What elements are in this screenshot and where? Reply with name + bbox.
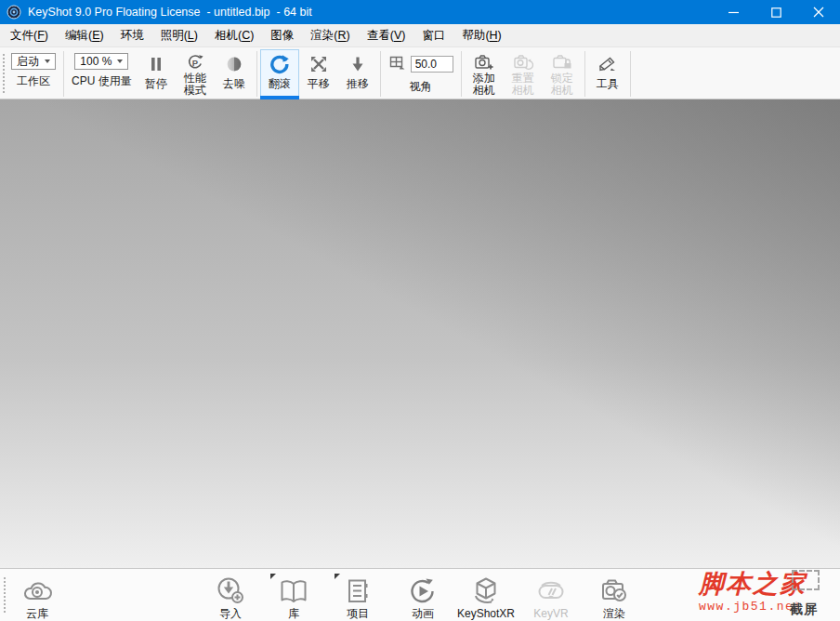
lock-camera-icon <box>552 53 572 72</box>
perspective-input[interactable] <box>411 56 453 73</box>
menu-file[interactable]: 文件(F) <box>2 24 57 46</box>
panel-open-marker-icon <box>335 574 340 579</box>
animation-icon <box>406 574 440 607</box>
toolbar-grip[interactable] <box>0 53 7 95</box>
performance-mode-icon: P <box>186 53 204 72</box>
render-label: 渲染 <box>603 608 625 620</box>
watermark-title: 脚本之家 <box>699 570 836 598</box>
toolbar-separator <box>461 51 462 97</box>
animation-label: 动画 <box>412 608 434 620</box>
minimize-button[interactable] <box>712 0 755 24</box>
library-label: 库 <box>288 608 299 620</box>
window-title: KeyShot 9.0 Pro Floating License - untit… <box>28 6 312 19</box>
keyshotxr-label: KeyShotXR <box>457 608 515 620</box>
bottom-dock: 云库 导入 库 <box>0 569 840 621</box>
dock-cloud-library[interactable]: 云库 <box>11 572 63 620</box>
menu-bar: 文件(F) 编辑(E) 环境 照明(L) 相机(C) 图像 渲染(R) 查看(V… <box>0 24 840 46</box>
keyvr-icon <box>534 574 568 607</box>
toolbar-separator <box>63 51 64 97</box>
lock-camera-button[interactable]: 锁定 相机 <box>543 49 582 99</box>
keyshot-logo-icon <box>7 5 21 20</box>
pan-button[interactable]: 平移 <box>299 49 338 99</box>
import-label: 导入 <box>219 608 242 620</box>
keyshotxr-icon <box>469 574 503 607</box>
maximize-button[interactable] <box>755 0 797 24</box>
render-icon <box>597 574 631 607</box>
menu-help[interactable]: 帮助(H) <box>453 24 509 46</box>
add-camera-button[interactable]: 添加 相机 <box>465 49 504 99</box>
reset-camera-button[interactable]: 重置 相机 <box>504 49 543 99</box>
svg-text:P: P <box>192 58 199 68</box>
viewport-canvas[interactable] <box>0 99 840 569</box>
dock-import[interactable]: 导入 <box>204 572 256 620</box>
toolbar-separator <box>380 51 381 97</box>
main-toolbar: 启动 工作区 100 % CPU 使用量 暂停 <box>0 46 840 99</box>
menu-edit[interactable]: 编辑(E) <box>57 24 112 46</box>
dock-grip[interactable] <box>1 576 7 614</box>
performance-mode-button[interactable]: P 性能 模式 <box>176 49 215 99</box>
reset-camera-icon <box>513 53 533 72</box>
dock-keyshotxr[interactable]: KeyShotXR <box>453 572 519 620</box>
cpu-usage-value: 100 % <box>80 55 112 68</box>
title-bar: KeyShot 9.0 Pro Floating License - untit… <box>0 0 840 24</box>
perspective-icon <box>388 53 407 75</box>
menu-window[interactable]: 窗口 <box>413 24 453 46</box>
add-camera-label: 添加 相机 <box>473 73 495 97</box>
screenshot-bracket-icon <box>792 570 820 590</box>
denoise-button[interactable]: 去噪 <box>215 49 254 99</box>
dolly-button[interactable]: 推移 <box>338 49 377 99</box>
workspace-label: 工作区 <box>17 75 50 87</box>
menu-view[interactable]: 查看(V) <box>359 24 414 46</box>
pan-icon <box>309 53 328 75</box>
dolly-icon <box>348 53 367 75</box>
cpu-usage-select[interactable]: 100 % <box>74 53 128 70</box>
window-controls <box>712 0 840 24</box>
menu-environment[interactable]: 环境 <box>112 24 152 46</box>
dock-keyvr[interactable]: KeyVR <box>525 572 577 620</box>
dock-render[interactable]: 渲染 <box>588 572 640 620</box>
watermark-url: www.jb51.net <box>699 600 836 614</box>
menu-camera[interactable]: 相机(C) <box>206 24 262 46</box>
lock-camera-label: 锁定 相机 <box>551 73 573 97</box>
dolly-label: 推移 <box>347 78 369 90</box>
project-icon <box>341 574 374 607</box>
keyvr-label: KeyVR <box>533 608 568 620</box>
workspace-value: 启动 <box>17 54 39 70</box>
toolbar-separator <box>256 51 257 97</box>
add-camera-icon <box>474 53 494 72</box>
denoise-label: 去噪 <box>223 78 245 90</box>
menu-render[interactable]: 渲染(R) <box>302 24 358 46</box>
menu-lighting[interactable]: 照明(L) <box>152 24 206 46</box>
dock-library[interactable]: 库 <box>268 572 320 620</box>
perspective-label: 视角 <box>410 81 432 93</box>
cloud-library-icon <box>20 574 54 607</box>
pause-label: 暂停 <box>145 78 167 90</box>
dock-project[interactable]: 项目 <box>332 572 384 620</box>
menu-image[interactable]: 图像 <box>262 24 302 46</box>
watermark: 脚本之家 www.jb51.net 截屏 <box>699 570 836 620</box>
tumble-icon <box>269 53 290 75</box>
tumble-button[interactable]: 翻滚 <box>260 49 299 99</box>
workspace-group: 启动 工作区 <box>7 49 60 99</box>
toolbar-separator <box>584 51 585 97</box>
dropdown-arrow-icon <box>45 59 50 63</box>
dock-animation[interactable]: 动画 <box>397 572 449 620</box>
close-button[interactable] <box>797 0 840 24</box>
keyshot-window: KeyShot 9.0 Pro Floating License - untit… <box>0 0 840 621</box>
workspace-select[interactable]: 启动 <box>11 53 56 70</box>
cloud-library-label: 云库 <box>26 608 48 620</box>
tumble-label: 翻滚 <box>269 78 291 90</box>
pan-label: 平移 <box>308 78 330 90</box>
tools-label: 工具 <box>597 78 619 90</box>
screenshot-overlay-label: 截屏 <box>790 601 818 618</box>
reset-camera-label: 重置 相机 <box>512 73 534 97</box>
library-icon <box>277 574 310 607</box>
pause-button[interactable]: 暂停 <box>137 49 176 99</box>
tools-button[interactable]: 工具 <box>588 49 627 99</box>
perspective-group: 视角 <box>384 49 458 99</box>
cpu-usage-group: 100 % CPU 使用量 <box>67 49 137 99</box>
cpu-usage-label: CPU 使用量 <box>72 75 132 87</box>
project-label: 项目 <box>347 608 369 620</box>
panel-open-marker-icon <box>270 574 276 579</box>
toolbar-separator <box>630 51 631 97</box>
